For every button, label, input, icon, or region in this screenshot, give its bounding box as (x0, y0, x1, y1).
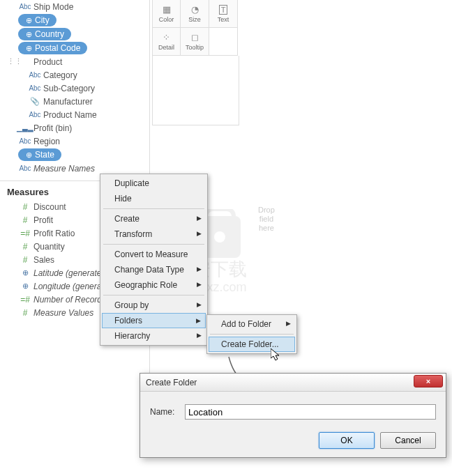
abc-icon: Abc (28, 111, 42, 118)
ctx-folders[interactable]: Folders▶ (102, 313, 206, 328)
drop-field-here[interactable]: Drop field here (258, 206, 275, 233)
field-city[interactable]: ⊕City (0, 13, 149, 27)
abc-icon: Abc (18, 137, 32, 145)
field-product-name[interactable]: Abc Product Name (0, 108, 149, 121)
dialog-titlebar[interactable]: Create Folder × (140, 374, 446, 392)
ok-button[interactable]: OK (319, 432, 375, 449)
ctx-add-to-folder[interactable]: Add to Folder▶ (209, 316, 295, 332)
separator (103, 208, 204, 209)
ctx-geographic-role[interactable]: Geographic Role▶ (102, 277, 206, 293)
chevron-right-icon: ▶ (197, 266, 202, 272)
number-icon: # (18, 255, 32, 265)
histogram-icon: ▁▃▂ (18, 124, 32, 132)
separator (103, 295, 204, 295)
separator (103, 244, 204, 245)
svg-point-2 (214, 231, 225, 243)
ctx-hide[interactable]: Hide (102, 191, 206, 206)
chevron-right-icon: ▶ (197, 301, 202, 308)
globe-icon: ⊕ (22, 151, 35, 160)
name-input[interactable] (185, 404, 436, 420)
field-label: Product (32, 57, 62, 67)
cancel-button[interactable]: Cancel (380, 432, 436, 449)
marks-card: ▦Color ◔Size TText ⁘Detail ◻Tooltip (152, 0, 239, 125)
globe-icon: ⊕ (18, 268, 32, 277)
number-icon: # (18, 242, 32, 252)
field-manufacturer[interactable]: 📎 Manufacturer (0, 95, 149, 108)
ctx-hierarchy[interactable]: Hierarchy▶ (102, 328, 206, 344)
globe-icon: ⊕ (22, 30, 35, 39)
abc-icon: Abc (28, 71, 42, 79)
ctx-change-data-type[interactable]: Change Data Type▶ (102, 262, 206, 277)
clip-icon: 📎 (28, 97, 42, 106)
chevron-right-icon: ▶ (197, 332, 202, 339)
color-icon: ▦ (163, 4, 171, 15)
size-icon: ◔ (191, 4, 199, 15)
name-label: Name: (150, 407, 185, 417)
marks-drop-area[interactable] (152, 56, 239, 125)
number-icon: # (18, 308, 32, 318)
hierarchy-product[interactable]: ⋮⋮ Product (0, 55, 149, 68)
separator (210, 334, 294, 335)
abc-icon: Abc (18, 164, 32, 172)
abc-icon: Abc (28, 84, 42, 92)
dialog-title: Create Folder (146, 378, 197, 387)
field-state[interactable]: ⊕State (0, 148, 149, 162)
field-label: Ship Mode (32, 2, 73, 12)
detail-icon: ⁘ (163, 32, 170, 43)
ctx-create[interactable]: Create▶ (102, 211, 206, 227)
field-profit-bin[interactable]: ▁▃▂ Profit (bin) (0, 121, 149, 135)
ctx-convert-to-measure[interactable]: Convert to Measure (102, 247, 206, 262)
field-sub-category[interactable]: Abc Sub-Category (0, 82, 149, 95)
marks-detail[interactable]: ⁘Detail (152, 28, 181, 56)
globe-icon: ⊕ (18, 282, 32, 291)
create-folder-dialog: Create Folder × Name: OK Cancel (140, 373, 446, 458)
text-icon: T (219, 5, 228, 15)
number-icon: # (18, 215, 32, 225)
tooltip-icon: ◻ (191, 32, 199, 43)
close-icon: × (426, 377, 430, 385)
number-icon: =# (18, 229, 32, 238)
field-category[interactable]: Abc Category (0, 68, 149, 82)
number-icon: # (18, 202, 32, 212)
context-menu: Duplicate Hide Create▶ Transform▶ Conver… (100, 174, 208, 346)
chevron-right-icon: ▶ (197, 281, 202, 288)
field-region[interactable]: Abc Region (0, 135, 149, 148)
chevron-right-icon: ▶ (197, 215, 202, 222)
ctx-create-folder[interactable]: Create Folder... (209, 337, 295, 352)
globe-icon: ⊕ (22, 16, 35, 25)
ctx-group-by[interactable]: Group by▶ (102, 298, 206, 313)
chevron-right-icon: ▶ (197, 230, 202, 237)
field-postal-code[interactable]: ⊕Postal Code (0, 41, 149, 55)
folders-submenu: Add to Folder▶ Create Folder... (206, 314, 297, 354)
chevron-right-icon: ▶ (196, 317, 201, 324)
hierarchy-icon: ⋮⋮ (7, 57, 17, 66)
globe-icon: ⊕ (22, 44, 35, 53)
svg-rect-1 (206, 209, 234, 223)
ctx-duplicate[interactable]: Duplicate (102, 176, 206, 191)
number-icon: =# (18, 295, 32, 305)
marks-tooltip[interactable]: ◻Tooltip (181, 28, 209, 56)
abc-icon: Abc (18, 3, 32, 10)
field-ship-mode[interactable]: Abc Ship Mode (0, 0, 149, 13)
ctx-transform[interactable]: Transform▶ (102, 227, 206, 242)
chevron-right-icon: ▶ (286, 320, 291, 327)
close-button[interactable]: × (414, 375, 443, 387)
marks-color[interactable]: ▦Color (152, 0, 181, 28)
marks-size[interactable]: ◔Size (181, 0, 209, 28)
marks-empty (209, 28, 238, 56)
marks-text[interactable]: TText (209, 0, 238, 28)
field-country[interactable]: ⊕Country (0, 27, 149, 41)
